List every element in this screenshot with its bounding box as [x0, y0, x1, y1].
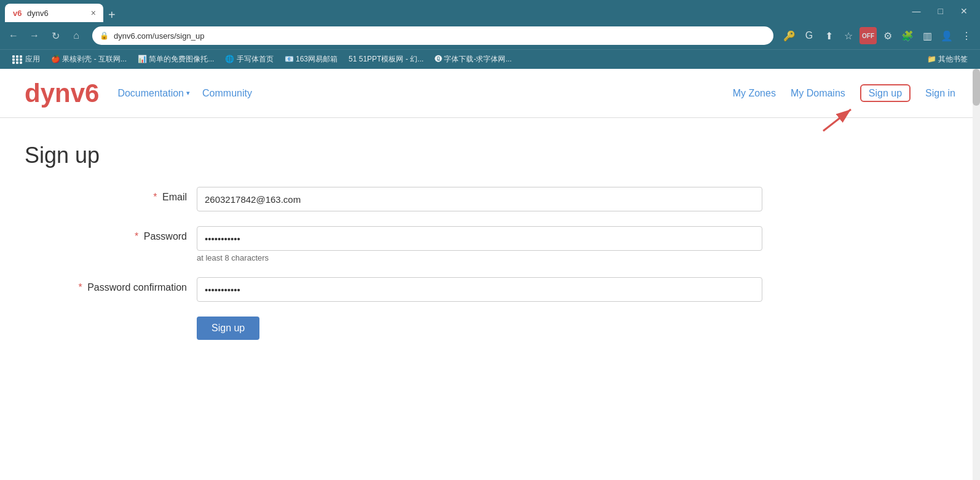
nav-community-label: Community: [202, 88, 252, 99]
site-header: dynv6 Documentation ▾ Community My Zones…: [0, 69, 980, 118]
bookmark-1-label: 🍎 果核剥壳 - 互联网...: [51, 54, 127, 65]
svg-text:v6: v6: [13, 9, 22, 18]
bookmark-6[interactable]: 🅠 字体下载-求字体网...: [430, 52, 516, 66]
active-tab[interactable]: v6 dynv6 ×: [5, 4, 103, 22]
dropdown-arrow-icon: ▾: [186, 89, 190, 97]
signup-submit-button[interactable]: Sign up: [197, 317, 259, 340]
bookmark-4[interactable]: 📧 163网易邮箱: [280, 52, 342, 66]
refresh-button[interactable]: ↻: [47, 27, 64, 44]
page-title: Sign up: [25, 143, 898, 168]
password-hint: at least 8 characters: [197, 253, 762, 262]
bookmark-others[interactable]: 📁 其他书签: [922, 52, 973, 66]
password-confirm-input[interactable]: [197, 277, 762, 302]
window-controls: — □ ✕: [905, 4, 975, 18]
translate-icon[interactable]: G: [800, 27, 818, 44]
tab-area: v6 dynv6 × +: [5, 0, 905, 22]
submit-row: Sign up: [197, 317, 898, 340]
main-nav: Documentation ▾ Community: [117, 88, 732, 99]
bookmarks-bar: 应用 🍎 果核剥壳 - 互联网... 📊 简单的免费图像托... 🌐 手写体首页…: [0, 49, 980, 69]
bookmark-apps[interactable]: 应用: [7, 52, 45, 66]
nav-my-domains[interactable]: My Domains: [791, 88, 845, 99]
toolbar-icons: 🔑 G ⬆ ☆ OFF ⚙ 🧩 ▥ 👤 ⋮: [781, 27, 975, 44]
nav-sign-in[interactable]: Sign in: [925, 88, 955, 99]
email-row: * Email: [61, 187, 898, 211]
password-confirm-label: * Password confirmation: [61, 277, 197, 293]
off-badge[interactable]: OFF: [859, 27, 877, 44]
email-input[interactable]: [197, 187, 762, 211]
nav-sign-up[interactable]: Sign up: [860, 84, 911, 102]
home-button[interactable]: ⌂: [68, 27, 85, 44]
lock-icon: 🔒: [100, 31, 109, 40]
bookmark-3-label: 🌐 手写体首页: [225, 54, 273, 65]
site-logo[interactable]: dynv6: [25, 79, 99, 108]
signup-form: * Email * Password at least 8 ch: [61, 187, 898, 340]
puzzle-icon[interactable]: 🧩: [899, 27, 916, 44]
nav-community[interactable]: Community: [202, 88, 252, 99]
page-content: dynv6 Documentation ▾ Community My Zones…: [0, 69, 980, 480]
main-content: Sign up * Email * Password: [0, 118, 922, 364]
menu-icon[interactable]: ⋮: [958, 27, 975, 44]
bookmark-2-label: 📊 简单的免费图像托...: [138, 54, 214, 65]
password-field-wrap: at least 8 characters: [197, 226, 762, 262]
email-label: * Email: [61, 187, 197, 203]
bookmark-5-label: 51 51PPT模板网 - 幻...: [349, 54, 424, 65]
signup-highlight-wrap: Sign up: [860, 88, 911, 99]
email-field-wrap: [197, 187, 762, 211]
bookmark-others-label: 📁 其他书签: [927, 54, 968, 65]
bookmark-5[interactable]: 51 51PPT模板网 - 幻...: [344, 52, 429, 66]
tab-close-btn[interactable]: ×: [91, 8, 96, 18]
sidebar-icon[interactable]: ▥: [919, 27, 936, 44]
bookmark-apps-label: 应用: [25, 54, 40, 65]
url-text: dynv6.com/users/sign_up: [114, 31, 766, 41]
password-confirm-field-wrap: [197, 277, 762, 302]
back-button[interactable]: ←: [5, 27, 22, 44]
url-bar[interactable]: 🔒 dynv6.com/users/sign_up: [92, 26, 773, 45]
scrollbar[interactable]: [973, 69, 980, 480]
new-tab-btn[interactable]: +: [108, 8, 116, 22]
tab-favicon: v6: [12, 8, 22, 18]
extension-icon[interactable]: ⚙: [879, 27, 896, 44]
nav-my-zones[interactable]: My Zones: [733, 88, 776, 99]
close-btn[interactable]: ✕: [953, 4, 975, 18]
minimize-btn[interactable]: —: [905, 4, 928, 18]
bookmark-2[interactable]: 📊 简单的免费图像托...: [133, 52, 219, 66]
maximize-btn[interactable]: □: [931, 4, 950, 18]
password-confirm-row: * Password confirmation: [61, 277, 898, 302]
forward-button[interactable]: →: [26, 27, 43, 44]
password-required-star: *: [135, 231, 138, 242]
tab-title: dynv6: [27, 9, 86, 18]
title-bar: v6 dynv6 × + — □ ✕: [0, 0, 980, 22]
bookmark-star-icon[interactable]: ☆: [840, 27, 857, 44]
logo-text: dynv: [25, 79, 85, 108]
apps-grid-icon: [12, 55, 23, 64]
password-label: * Password: [61, 226, 197, 242]
email-required-star: *: [153, 192, 157, 202]
nav-right: My Zones My Domains Sign up: [733, 88, 955, 99]
scrollbar-thumb[interactable]: [973, 69, 980, 106]
nav-documentation[interactable]: Documentation ▾: [117, 88, 190, 99]
bookmark-4-label: 📧 163网易邮箱: [285, 54, 338, 65]
bookmark-6-label: 🅠 字体下载-求字体网...: [435, 54, 512, 65]
key-icon: 🔑: [781, 27, 798, 44]
profile-icon[interactable]: 👤: [938, 27, 955, 44]
password-confirm-required-star: *: [78, 282, 82, 293]
logo-number: 6: [85, 79, 99, 108]
password-row: * Password at least 8 characters: [61, 226, 898, 262]
address-bar: ← → ↻ ⌂ 🔒 dynv6.com/users/sign_up 🔑 G ⬆ …: [0, 22, 980, 49]
nav-documentation-label: Documentation: [117, 88, 184, 99]
bookmark-1[interactable]: 🍎 果核剥壳 - 互联网...: [46, 52, 132, 66]
share-icon[interactable]: ⬆: [820, 27, 837, 44]
bookmark-3[interactable]: 🌐 手写体首页: [220, 52, 278, 66]
password-input[interactable]: [197, 226, 762, 251]
